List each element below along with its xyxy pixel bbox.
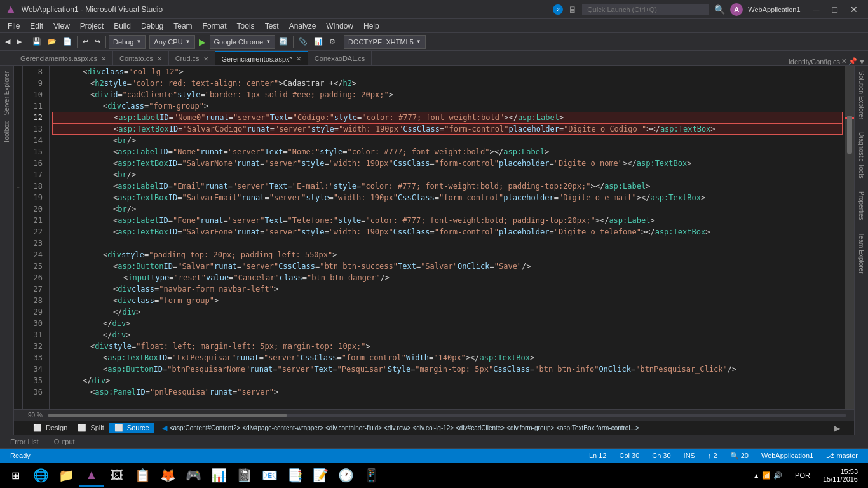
menu-view[interactable]: View: [48, 20, 75, 32]
collapse-btn[interactable]: −: [17, 113, 20, 125]
menu-help[interactable]: Help: [358, 20, 384, 32]
code-editor[interactable]: <div class="col-lg-12"> <h2 style="color…: [50, 66, 845, 409]
tab-crud[interactable]: Crud.cs ✕: [169, 51, 215, 65]
toolbar-open-btn[interactable]: 📂: [45, 36, 59, 47]
taskbar-steam[interactable]: 🎮: [180, 464, 206, 487]
browser-dropdown[interactable]: Google Chrome ▼: [210, 35, 276, 49]
close-tab-icon[interactable]: ✕: [296, 55, 301, 62]
status-count: 🔍 20: [725, 452, 754, 460]
close-tab-icon[interactable]: ✕: [203, 55, 208, 62]
tab-identityconfig[interactable]: IdentityConfig.cs: [789, 58, 840, 65]
toolbar-attach-btn[interactable]: 📎: [296, 36, 310, 47]
menu-tools[interactable]: Tools: [232, 20, 260, 32]
menu-format[interactable]: Format: [198, 20, 232, 32]
hide-icons-btn[interactable]: ▲: [753, 472, 759, 479]
zoom-level[interactable]: 90 %: [28, 412, 43, 419]
menu-build[interactable]: Build: [109, 20, 136, 32]
sidebar-team-explorer[interactable]: Team Explorer: [857, 230, 866, 276]
menu-debug[interactable]: Debug: [136, 20, 168, 32]
menu-test[interactable]: Test: [260, 20, 284, 32]
start-debug-button[interactable]: ▶: [196, 37, 208, 47]
taskbar-excel[interactable]: 📊: [206, 464, 231, 487]
menu-team[interactable]: Team: [168, 20, 197, 32]
bottom-tabs: Error List Output: [0, 435, 868, 449]
toolbar-back-btn[interactable]: ◀: [3, 36, 13, 47]
minimize-button[interactable]: ─: [808, 4, 825, 15]
output-tab[interactable]: Output: [46, 437, 83, 447]
quick-launch-input[interactable]: [582, 4, 709, 15]
sidebar-properties[interactable]: Properties: [857, 189, 866, 223]
menu-project[interactable]: Project: [75, 20, 109, 32]
toolbar-perf-btn[interactable]: 📊: [311, 36, 325, 47]
sidebar-solution-explorer[interactable]: Solution Explorer: [857, 69, 866, 122]
design-tab[interactable]: ⬜ Design: [28, 423, 72, 433]
cpu-dropdown[interactable]: Any CPU ▼: [149, 35, 194, 49]
taskbar-app14[interactable]: 📱: [358, 464, 384, 487]
collapse-btn[interactable]: −: [17, 79, 20, 90]
code-line-8: <div class="col-lg-12">: [52, 66, 843, 78]
toolbar-new-btn[interactable]: 📄: [60, 36, 74, 47]
menu-analyze[interactable]: Analyze: [284, 20, 322, 32]
split-tab[interactable]: ⬜ Split: [72, 423, 109, 433]
sidebar-diagnostic-tools[interactable]: Diagnostic Tools: [857, 130, 866, 181]
menu-window[interactable]: Window: [321, 20, 358, 32]
status-ins: INS: [679, 452, 700, 460]
close-tab-icon[interactable]: ✕: [157, 55, 162, 62]
code-line-28: <div class="form-group">: [52, 295, 843, 306]
notification-badge[interactable]: 2: [553, 4, 563, 15]
taskbar-outlook[interactable]: 📧: [257, 464, 282, 487]
collapse-btn[interactable]: −: [17, 182, 20, 193]
left-sidebar: Server Explorer Toolbox: [0, 66, 14, 435]
taskbar-firefox[interactable]: 🦊: [155, 464, 180, 487]
code-line-18: <asp:Label ID="Email" runat="server" Tex…: [52, 180, 843, 192]
scroll-track[interactable]: [48, 414, 846, 417]
tab-gerenciamentos-aspx[interactable]: Gerenciamentos.aspx* ✕: [215, 51, 308, 65]
vertical-scrollbar[interactable]: [845, 66, 854, 409]
toolbar-config-btn[interactable]: ⚙: [327, 36, 338, 47]
toolbar-forward-btn[interactable]: ▶: [14, 36, 24, 47]
taskbar-file-explorer[interactable]: 📁: [53, 464, 79, 487]
maximize-button[interactable]: □: [827, 4, 843, 15]
toolbar-undo-btn[interactable]: ↩: [80, 36, 91, 47]
breadcrumb-right-arrow[interactable]: ▶: [834, 424, 840, 433]
sidebar-toolbox[interactable]: Toolbox: [2, 119, 11, 146]
toolbar-refresh-btn[interactable]: 🔄: [276, 36, 290, 47]
error-list-tab[interactable]: Error List: [3, 437, 46, 447]
code-line-19: <asp:TextBox ID="SalvarEmail" runat="ser…: [52, 192, 843, 203]
vs-icon: ▲: [84, 467, 99, 482]
tab-dropdown-icon[interactable]: ▼: [858, 58, 865, 65]
menu-edit[interactable]: Edit: [25, 20, 48, 32]
taskbar-powerpoint[interactable]: 📑: [282, 464, 308, 487]
taskbar-app4[interactable]: 🖼: [104, 464, 130, 487]
code-line-36: <asp:Panel ID="pnlPesquisa" runat="serve…: [52, 386, 843, 398]
code-line-21: <asp:Label ID="Fone" runat="server" Text…: [52, 215, 843, 226]
collapse-btn[interactable]: −: [17, 216, 20, 227]
split-icon: ⬜: [78, 424, 86, 431]
taskbar-chrome[interactable]: 🌐: [28, 464, 53, 487]
taskbar-app13[interactable]: 🕐: [333, 464, 358, 487]
debug-mode-dropdown[interactable]: Debug ▼: [109, 35, 146, 49]
language-label[interactable]: POR: [795, 471, 810, 479]
close-tab-icon[interactable]: ✕: [101, 55, 106, 62]
toolbar-save-btn[interactable]: 💾: [30, 36, 44, 47]
menu-file[interactable]: File: [3, 20, 25, 32]
taskbar-clock[interactable]: 15:53 15/11/2016: [818, 468, 863, 483]
volume-icon[interactable]: 🔊: [773, 471, 782, 480]
taskbar-onenote[interactable]: 📓: [231, 464, 257, 487]
taskbar-word[interactable]: 📝: [308, 464, 333, 487]
start-button[interactable]: ⊞: [3, 464, 28, 487]
toolbar-redo-btn[interactable]: ↪: [92, 36, 103, 47]
tab-contato[interactable]: Contato.cs ✕: [113, 51, 169, 65]
close-button[interactable]: ✕: [845, 4, 863, 15]
tab-gerenciamentos-cs[interactable]: Gerenciamentos.aspx.cs ✕: [14, 51, 113, 65]
taskbar-app5[interactable]: 📋: [130, 464, 155, 487]
scrollbar-thumb[interactable]: [847, 116, 852, 154]
sidebar-server-explorer[interactable]: Server Explorer: [2, 69, 11, 118]
status-bar: Ready Ln 12 Col 30 Ch 30 INS ↑ 2 🔍 20 We…: [0, 449, 868, 463]
tab-close-icon[interactable]: ✕: [841, 57, 847, 65]
tab-pin-icon[interactable]: 📌: [848, 57, 857, 65]
doctype-dropdown[interactable]: DOCTYPE: XHTML5 ▼: [344, 35, 426, 49]
source-tab[interactable]: ⬜ Source: [109, 423, 154, 433]
tab-conexaodal[interactable]: ConexaoDAL.cs: [308, 51, 372, 65]
taskbar-vs[interactable]: ▲: [79, 464, 104, 487]
